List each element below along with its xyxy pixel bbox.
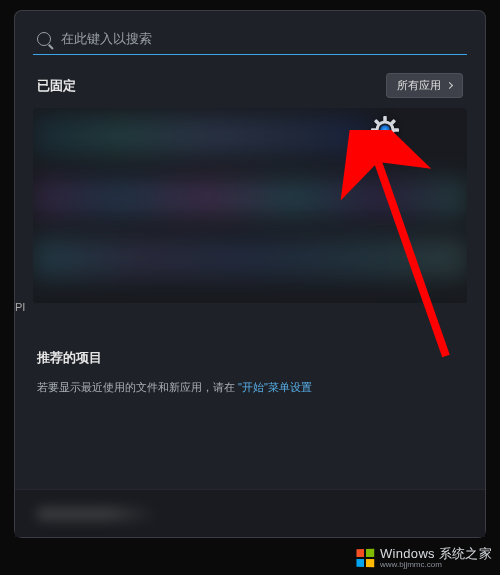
truncated-label: PI — [15, 301, 25, 313]
blurred-row — [33, 238, 467, 278]
chevron-right-icon — [446, 82, 453, 89]
search-input[interactable] — [61, 31, 463, 46]
all-apps-label: 所有应用 — [397, 78, 441, 93]
watermark-sub: www.bjjmmc.com — [380, 561, 492, 569]
pinned-header: 已固定 所有应用 — [37, 73, 463, 98]
pinned-apps-grid: 设置 — [33, 108, 467, 303]
blurred-row — [33, 178, 467, 218]
svg-point-10 — [380, 125, 390, 135]
all-apps-button[interactable]: 所有应用 — [386, 73, 463, 98]
recommended-title: 推荐的项目 — [37, 349, 463, 367]
recommended-section: 推荐的项目 若要显示最近使用的文件和新应用，请在 "开始"菜单设置 — [33, 349, 467, 396]
watermark-main: Windows 系统之家 — [380, 547, 492, 560]
svg-rect-4 — [394, 128, 399, 132]
pinned-title: 已固定 — [37, 77, 76, 95]
user-bar — [15, 489, 485, 537]
start-menu-panel: 已固定 所有应用 — [14, 10, 486, 538]
start-menu-settings-link[interactable]: "开始"菜单设置 — [238, 381, 312, 393]
recommended-text: 若要显示最近使用的文件和新应用，请在 "开始"菜单设置 — [37, 379, 463, 396]
svg-rect-3 — [371, 128, 376, 132]
watermark: Windows 系统之家 www.bjjmmc.com — [356, 547, 492, 569]
recommended-prefix: 若要显示最近使用的文件和新应用，请在 — [37, 381, 235, 393]
settings-app-tile[interactable]: 设置 — [357, 116, 413, 163]
search-icon — [37, 32, 51, 46]
settings-label: 设置 — [375, 149, 395, 163]
blurred-user — [37, 507, 157, 521]
search-box[interactable] — [33, 23, 467, 55]
gear-icon — [371, 116, 399, 144]
watermark-text: Windows 系统之家 www.bjjmmc.com — [380, 547, 492, 569]
windows-logo-icon — [357, 549, 375, 568]
svg-rect-2 — [383, 139, 387, 144]
svg-rect-1 — [383, 116, 387, 121]
